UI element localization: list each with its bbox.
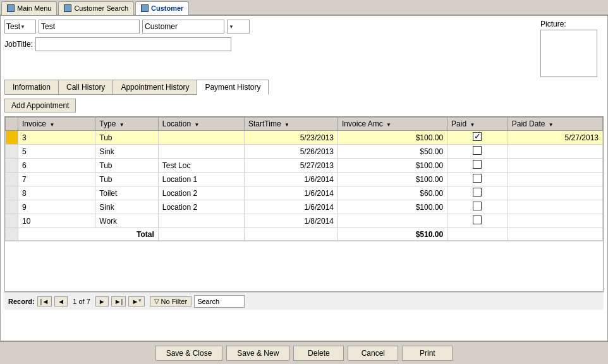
tab-main-menu[interactable]: Main Menu xyxy=(1,1,57,15)
suffix-arrow-icon: ▼ xyxy=(229,24,234,30)
picture-box xyxy=(540,30,597,77)
table-row[interactable]: 3Tub5/23/2013$100.005/27/2013 xyxy=(6,131,603,145)
table-row[interactable]: 9SinkLocation 21/6/2014$100.00 xyxy=(6,200,603,214)
cancel-button[interactable]: Cancel xyxy=(348,346,398,361)
type-sort-icon: ▼ xyxy=(119,122,125,128)
col-header-paid[interactable]: Paid ▼ xyxy=(447,118,508,131)
paid-cell[interactable] xyxy=(447,214,508,228)
invoice-sort-icon: ▼ xyxy=(49,122,54,128)
table-row[interactable]: 8ToiletLocation 21/6/2014$60.00 xyxy=(6,186,603,200)
nav-last-button[interactable]: ►| xyxy=(111,296,126,306)
nav-bar: Record: |◄ ◄ 1 of 7 ► ►| ►* ▽ No Filter xyxy=(4,292,604,310)
first-name-input[interactable] xyxy=(39,20,140,33)
row-selector-cell xyxy=(6,186,18,200)
table-row[interactable]: 5Sink5/26/2013$50.00 xyxy=(6,145,603,159)
paid-cell[interactable] xyxy=(447,145,508,159)
invoice-cell: 5 xyxy=(18,145,95,159)
invoice-cell: 8 xyxy=(18,186,95,200)
paid-checkbox[interactable] xyxy=(473,132,482,141)
paid-cell[interactable] xyxy=(447,200,508,214)
row-selector-cell xyxy=(6,131,18,145)
nav-next-button[interactable]: ► xyxy=(95,296,109,306)
tab-appointment-history[interactable]: Appointment History xyxy=(112,80,197,95)
paid-checkbox[interactable] xyxy=(473,174,482,183)
paiddate-cell xyxy=(508,200,602,214)
payment-table: Invoice ▼ Type ▼ Location ▼ StartTime ▼ xyxy=(5,117,603,241)
col-header-type[interactable]: Type ▼ xyxy=(95,118,158,131)
add-appointment-button[interactable]: Add Appointment xyxy=(4,99,76,112)
job-title-row: JobTitle: xyxy=(4,37,540,51)
tab-payment-history[interactable]: Payment History xyxy=(197,80,269,95)
tab-customer[interactable]: Customer xyxy=(135,1,189,15)
location-cell: Location 2 xyxy=(158,200,244,214)
job-title-input[interactable] xyxy=(35,37,231,51)
col-header-invoice[interactable]: Invoice ▼ xyxy=(18,118,95,131)
table-row[interactable]: 7TubLocation 11/6/2014$100.00 xyxy=(6,173,603,186)
type-cell: Work xyxy=(95,214,158,228)
customer-header: Test ▼ ▼ xyxy=(4,20,540,33)
tab-customer-search[interactable]: Customer Search xyxy=(58,1,134,15)
paiddate-cell xyxy=(508,186,602,200)
starttime-cell: 5/26/2013 xyxy=(245,145,338,159)
payment-table-container: Invoice ▼ Type ▼ Location ▼ StartTime ▼ xyxy=(4,116,604,292)
location-cell: Location 2 xyxy=(158,186,244,200)
search-input[interactable] xyxy=(194,295,245,308)
col-header-paid-date[interactable]: Paid Date ▼ xyxy=(508,118,602,131)
row-selector-cell xyxy=(6,173,18,186)
tab-call-history[interactable]: Call History xyxy=(58,80,113,95)
tab-information[interactable]: Information xyxy=(4,80,59,95)
paid-checkbox[interactable] xyxy=(473,215,482,224)
paid-checkbox[interactable] xyxy=(473,202,482,210)
type-cell: Tub xyxy=(95,159,158,173)
starttime-cell: 5/23/2013 xyxy=(245,131,338,145)
row-selector-cell xyxy=(6,214,18,228)
paid-checkbox[interactable] xyxy=(473,146,482,155)
location-cell xyxy=(158,131,244,145)
nav-new-button[interactable]: ►* xyxy=(128,296,144,306)
invoice-cell: 9 xyxy=(18,200,95,214)
job-title-label: JobTitle: xyxy=(4,40,33,49)
row-selector-cell xyxy=(6,159,18,173)
table-row[interactable]: 6TubTest Loc5/27/2013$100.00 xyxy=(6,159,603,173)
nav-prev-button[interactable]: ◄ xyxy=(54,296,68,306)
table-row[interactable]: 10Work1/8/2014 xyxy=(6,214,603,228)
save-close-button[interactable]: Save & Close xyxy=(155,346,223,361)
last-name-input[interactable] xyxy=(142,20,224,33)
starttime-cell: 5/27/2013 xyxy=(245,159,338,173)
total-amount-cell: $510.00 xyxy=(338,228,447,241)
col-header-starttime[interactable]: StartTime ▼ xyxy=(245,118,338,131)
starttime-cell: 1/6/2014 xyxy=(245,200,338,214)
picture-label: Picture: xyxy=(540,20,597,28)
main-menu-icon xyxy=(7,4,15,12)
record-current: 1 of 7 xyxy=(73,298,90,305)
customer-icon xyxy=(141,4,149,12)
paiddate-cell xyxy=(508,159,602,173)
save-new-button[interactable]: Save & New xyxy=(226,346,289,361)
salutation-dropdown[interactable]: Test ▼ xyxy=(4,20,36,33)
no-filter-button[interactable]: ▽ No Filter xyxy=(150,296,192,306)
starttime-sort-icon: ▼ xyxy=(284,122,289,128)
paid-cell[interactable] xyxy=(447,131,508,145)
paid-cell[interactable] xyxy=(447,186,508,200)
location-sort-icon: ▼ xyxy=(194,122,199,128)
delete-button[interactable]: Delete xyxy=(293,346,344,361)
paiddate-cell xyxy=(508,145,602,159)
paid-cell[interactable] xyxy=(447,173,508,186)
col-header-invoice-amount[interactable]: Invoice Amc ▼ xyxy=(338,118,447,131)
starttime-cell: 1/6/2014 xyxy=(245,173,338,186)
col-header-location[interactable]: Location ▼ xyxy=(158,118,244,131)
invoiceamount-cell: $100.00 xyxy=(338,159,447,173)
row-selector-cell xyxy=(6,145,18,159)
invoiceamount-cell: $100.00 xyxy=(338,173,447,186)
paid-checkbox[interactable] xyxy=(473,188,482,197)
paid-checkbox[interactable] xyxy=(473,160,482,169)
paiddate-cell xyxy=(508,173,602,186)
invoice-cell: 10 xyxy=(18,214,95,228)
location-cell: Location 1 xyxy=(158,173,244,186)
suffix-dropdown[interactable]: ▼ xyxy=(227,20,250,33)
type-cell: Toilet xyxy=(95,186,158,200)
funnel-icon: ▽ xyxy=(154,298,159,305)
print-button[interactable]: Print xyxy=(402,346,453,361)
paid-cell[interactable] xyxy=(447,159,508,173)
nav-first-button[interactable]: |◄ xyxy=(37,296,52,306)
